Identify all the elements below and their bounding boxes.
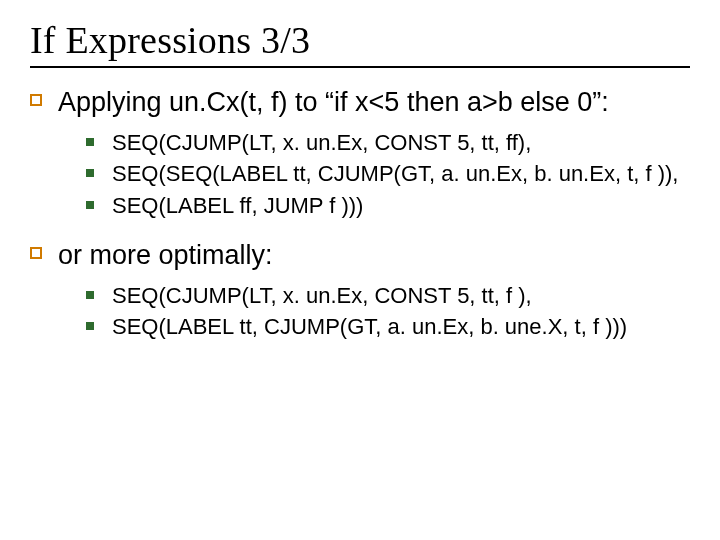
list-item: SEQ(LABEL ff, JUMP f ))) — [86, 191, 690, 221]
section-heading: or more optimally: — [58, 240, 273, 270]
section-optimal: or more optimally: — [30, 239, 690, 273]
square-filled-icon — [86, 169, 94, 177]
square-filled-icon — [86, 201, 94, 209]
square-filled-icon — [86, 138, 94, 146]
square-filled-icon — [86, 322, 94, 330]
title-underline — [30, 66, 690, 68]
list-item-text: SEQ(LABEL ff, JUMP f ))) — [112, 193, 363, 218]
section-optimal-items: SEQ(CJUMP(LT, x. un.Ex, CONST 5, tt, f )… — [86, 281, 690, 342]
section-heading: Applying un.Cx(t, f) to “if x<5 then a>b… — [58, 87, 609, 117]
section-applying: Applying un.Cx(t, f) to “if x<5 then a>b… — [30, 86, 690, 120]
slide: If Expressions 3/3 Applying un.Cx(t, f) … — [0, 0, 720, 540]
section-applying-items: SEQ(CJUMP(LT, x. un.Ex, CONST 5, tt, ff)… — [86, 128, 690, 221]
page-title: If Expressions 3/3 — [30, 18, 690, 62]
square-filled-icon — [86, 291, 94, 299]
list-item: SEQ(CJUMP(LT, x. un.Ex, CONST 5, tt, ff)… — [86, 128, 690, 158]
list-item-text: SEQ(CJUMP(LT, x. un.Ex, CONST 5, tt, f )… — [112, 283, 532, 308]
list-item: SEQ(LABEL tt, CJUMP(GT, a. un.Ex, b. une… — [86, 312, 690, 342]
list-item-text: SEQ(LABEL tt, CJUMP(GT, a. un.Ex, b. une… — [112, 314, 627, 339]
list-item: SEQ(SEQ(LABEL tt, CJUMP(GT, a. un.Ex, b.… — [86, 159, 690, 189]
square-outline-icon — [30, 94, 42, 106]
list-item-text: SEQ(CJUMP(LT, x. un.Ex, CONST 5, tt, ff)… — [112, 130, 531, 155]
list-item: SEQ(CJUMP(LT, x. un.Ex, CONST 5, tt, f )… — [86, 281, 690, 311]
square-outline-icon — [30, 247, 42, 259]
list-item-text: SEQ(SEQ(LABEL tt, CJUMP(GT, a. un.Ex, b.… — [112, 161, 678, 186]
